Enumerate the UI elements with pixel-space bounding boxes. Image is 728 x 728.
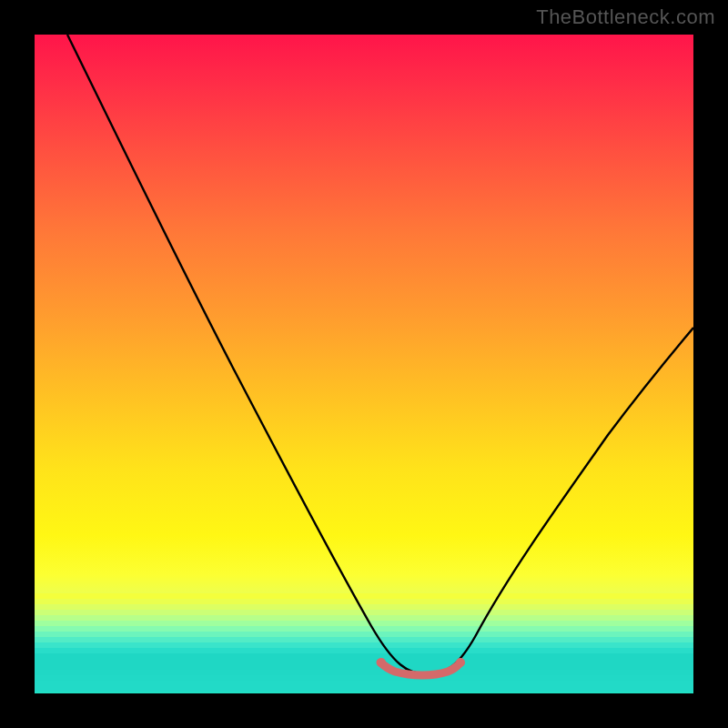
optimal-plateau bbox=[380, 662, 460, 675]
chart-frame: TheBottleneck.com bbox=[0, 0, 728, 728]
plot-area bbox=[35, 35, 693, 693]
bottleneck-curve bbox=[67, 35, 693, 674]
plateau-dot-right bbox=[456, 658, 465, 667]
plateau-dot-left bbox=[377, 658, 386, 667]
watermark-text: TheBottleneck.com bbox=[536, 5, 715, 29]
bottleneck-curve-svg bbox=[35, 35, 693, 693]
